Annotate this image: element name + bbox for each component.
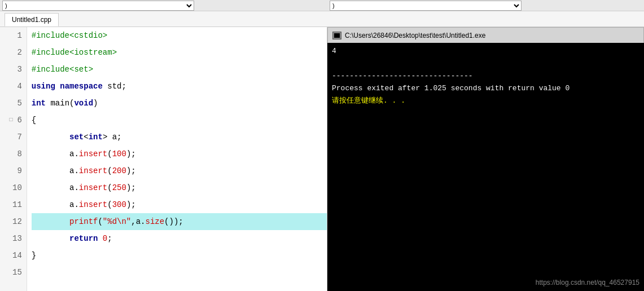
line-numbers: 1 2 3 4 5 □6 7 8 9 10 11 12 13 14 15 <box>0 27 27 291</box>
semi-10: ); <box>126 183 136 192</box>
code-line-1: #include<cstdio> <box>32 27 327 44</box>
line-num-4: 4 <box>5 78 22 95</box>
line-num-6: □6 <box>5 112 22 129</box>
return-semi: ; <box>107 234 112 243</box>
file-tab[interactable]: Untitled1.cpp <box>5 13 59 27</box>
kw-using: using <box>32 82 55 91</box>
return-space <box>98 234 102 243</box>
console-divider: -------------------------------- <box>332 70 639 82</box>
num-200: 200 <box>112 166 126 175</box>
insert-method-11: insert <box>79 200 107 209</box>
code-line-11: a.insert(300); <box>32 196 327 213</box>
paren-close: ) <box>93 99 98 108</box>
line-num-9: 9 <box>5 162 22 179</box>
semi-11: ); <box>126 200 136 209</box>
num-250: 250 <box>112 183 126 192</box>
code-line-10: a.insert(250); <box>32 179 327 196</box>
code-line-4: using namespace std; <box>32 78 327 95</box>
line-num-11: 11 <box>5 196 22 213</box>
line-num-8: 8 <box>5 146 22 162</box>
line-num-13: 13 <box>5 230 22 247</box>
set-template-close: > a; <box>103 133 122 142</box>
line-num-5: 5 <box>5 95 22 112</box>
std-text: std; <box>103 82 126 91</box>
line11-indent: a. <box>32 200 79 209</box>
kw-int: int <box>32 99 46 108</box>
console-process-exit: Process exited after 1.025 seconds with … <box>332 82 639 95</box>
console-output-1: 4 <box>332 45 639 58</box>
right-dropdown[interactable]: ) <box>330 1 522 11</box>
console-icon <box>332 32 341 39</box>
num-100: 100 <box>112 149 126 158</box>
semi-9: ); <box>126 166 136 175</box>
insert-method-8: insert <box>79 149 107 158</box>
paren-9: ( <box>107 166 112 175</box>
code-lines[interactable]: #include<cstdio> #include<iostream> #inc… <box>27 27 327 291</box>
code-line-15 <box>32 264 327 281</box>
code-line-6: { <box>32 112 327 129</box>
console-press-key: 请按任意键继续. . . <box>332 95 639 107</box>
code-line-8: a.insert(100); <box>32 146 327 162</box>
code-line-12: printf("%d\n",a.size()); <box>32 213 327 230</box>
brace-close: } <box>32 251 36 260</box>
fold-6: □ <box>9 112 15 129</box>
code-line-2: #include<iostream> <box>32 44 327 61</box>
insert-method-10: insert <box>79 183 107 192</box>
console-titlebar: C:\Users\26846\Desktop\test\test\Untitle… <box>327 27 644 43</box>
console-body[interactable]: 4 -------------------------------- Proce… <box>327 43 644 291</box>
semi-8: ); <box>126 149 136 158</box>
include-2: #include<iostream> <box>32 48 117 57</box>
printf-indent <box>32 217 69 226</box>
kw-return: return <box>69 234 98 243</box>
line-num-15: 15 <box>5 264 22 281</box>
ns-space <box>55 82 60 91</box>
top-bar-left: ) <box>2 1 330 11</box>
kw-namespace: namespace <box>60 82 103 91</box>
set-template: < <box>84 133 88 142</box>
console-icon-inner <box>334 33 340 38</box>
console-area: C:\Users\26846\Desktop\test\test\Untitle… <box>327 27 644 291</box>
return-val: 0 <box>103 234 107 243</box>
include-3: #include<set> <box>32 65 93 74</box>
printf-paren: ( <box>98 217 102 226</box>
line8-indent: a. <box>32 149 79 158</box>
line-num-2: 2 <box>5 44 22 61</box>
format-str: "%d\n" <box>103 217 131 226</box>
paren-11: ( <box>107 200 112 209</box>
line-num-7: 7 <box>5 129 22 146</box>
code-line-7: set<int> a; <box>32 129 327 146</box>
code-line-5: int main(void) <box>32 95 327 112</box>
left-dropdown[interactable]: ) <box>2 1 194 11</box>
console-watermark: https://blog.csdn.net/qq_46527915 <box>536 279 639 286</box>
comma: ,a. <box>131 217 145 226</box>
size-close: ()); <box>164 217 183 226</box>
insert-method-9: insert <box>79 166 107 175</box>
code-line-13: return 0; <box>32 230 327 247</box>
line-num-3: 3 <box>5 61 22 78</box>
kw-set: set <box>69 133 84 142</box>
kw-int-set: int <box>89 133 103 142</box>
console-output-2 <box>332 58 639 70</box>
kw-void: void <box>74 99 93 108</box>
line10-indent: a. <box>32 183 79 192</box>
code-line-9: a.insert(200); <box>32 162 327 179</box>
paren-8: ( <box>107 149 112 158</box>
size-method: size <box>146 217 165 226</box>
code-editor: 1 2 3 4 5 □6 7 8 9 10 11 12 13 14 15 #in… <box>0 27 327 291</box>
line-num-10: 10 <box>5 179 22 196</box>
paren-10: ( <box>107 183 112 192</box>
printf-fn: printf <box>69 217 98 226</box>
top-bar: ) ) <box>0 0 644 11</box>
include-1: #include<cstdio> <box>32 31 107 40</box>
num-300: 300 <box>112 200 126 209</box>
line-num-12: 12 <box>5 213 22 230</box>
set-kw <box>32 133 69 142</box>
code-line-14: } <box>32 247 327 264</box>
line9-indent: a. <box>32 166 79 175</box>
console-title: C:\Users\26846\Desktop\test\test\Untitle… <box>345 32 485 39</box>
line-num-1: 1 <box>5 27 22 44</box>
tab-bar: Untitled1.cpp <box>0 11 644 27</box>
brace-open: { <box>32 116 36 125</box>
tab-label: Untitled1.cpp <box>12 16 51 24</box>
code-line-3: #include<set> <box>32 61 327 78</box>
